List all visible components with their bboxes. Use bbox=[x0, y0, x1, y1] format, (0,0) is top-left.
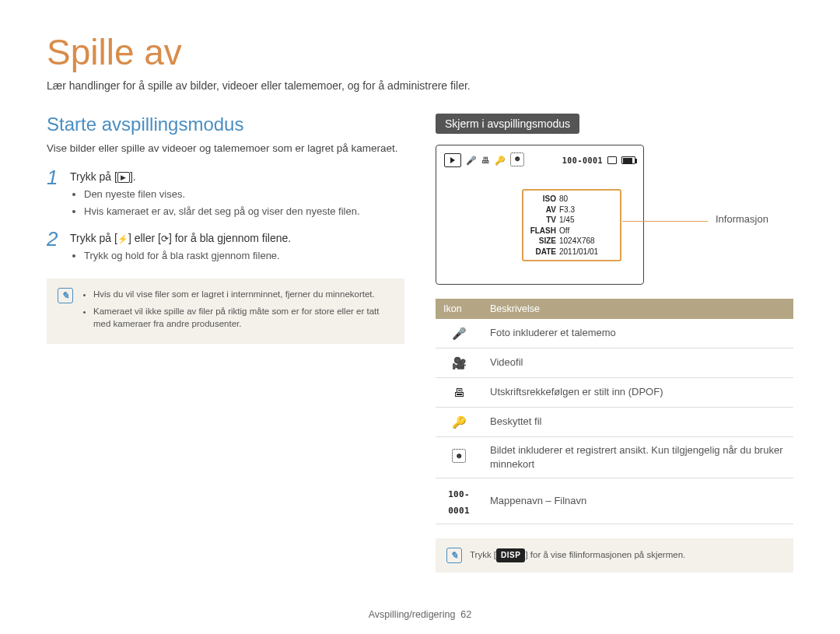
play-button-icon: ▶ bbox=[117, 172, 130, 183]
table-desc: Bildet inkluderer et registrert ansikt. … bbox=[482, 437, 793, 478]
step-number: 2 bbox=[47, 229, 62, 266]
print-icon: 🖶 bbox=[481, 156, 490, 165]
table-row: 🖶Utskriftsrekkefølgen er stilt inn (DPOF… bbox=[436, 378, 793, 408]
table-desc: Utskriftsrekkefølgen er stilt inn (DPOF) bbox=[482, 378, 793, 408]
face-detect-icon bbox=[510, 152, 524, 168]
th-icon: Ikon bbox=[436, 299, 482, 319]
note-box-disp: ✎ Trykk [DISP] for å vise filinformasjon… bbox=[436, 538, 793, 573]
table-row: 🔑Beskyttet fil bbox=[436, 408, 793, 437]
mic-icon: 🎤 bbox=[436, 319, 482, 349]
info-panel: ISO80 AVF3.3 TV1/45 FLASHOff SIZE1024X76… bbox=[522, 189, 621, 261]
table-row: 🎥Videofil bbox=[436, 349, 793, 378]
section-heading-start: Starte avspillingsmodus bbox=[47, 114, 404, 135]
key-icon: 🔑 bbox=[436, 408, 482, 437]
note-box: ✎ Hvis du vil vise filer som er lagret i… bbox=[47, 278, 404, 344]
page-title: Spille av bbox=[47, 31, 793, 73]
video-icon: 🎥 bbox=[436, 349, 482, 378]
face-detect-icon bbox=[436, 437, 482, 478]
section-intro: Vise bilder eller spille av videoer og t… bbox=[47, 142, 404, 156]
icon-description-table: Ikon Beskrivelse 🎤Foto inkluderer et tal… bbox=[436, 299, 793, 524]
card-icon bbox=[607, 156, 617, 164]
step-1-text: Trykk på [▶]. bbox=[70, 170, 404, 183]
th-desc: Beskrivelse bbox=[482, 299, 793, 319]
battery-icon bbox=[621, 156, 635, 164]
page-subtitle: Lær handlinger for å spille av bilder, v… bbox=[47, 79, 793, 92]
play-icon bbox=[444, 153, 461, 167]
step-1-bullet: Hvis kameraet er av, slår det seg på og … bbox=[84, 205, 404, 219]
table-row: 🎤Foto inkluderer et talememo bbox=[436, 319, 793, 349]
table-row: Bildet inkluderer et registrert ansikt. … bbox=[436, 437, 793, 478]
note-item: Hvis du vil vise filer som er lagret i i… bbox=[93, 288, 394, 300]
section-heading-screen: Skjerm i avspillingsmodus bbox=[436, 114, 579, 134]
note-icon: ✎ bbox=[446, 548, 462, 563]
table-desc: Mappenavn – Filnavn bbox=[482, 478, 793, 524]
step-1-bullet: Den nyeste filen vises. bbox=[84, 187, 404, 201]
mic-icon: 🎤 bbox=[466, 156, 477, 166]
step-2: 2 Trykk på [] eller [] for å bla gjennom… bbox=[47, 229, 404, 266]
note-item: Kameraet vil ikke spille av filer på rik… bbox=[93, 305, 394, 330]
table-row: 100-0001Mappenavn – Filnavn bbox=[436, 478, 793, 524]
table-desc: Foto inkluderer et talememo bbox=[482, 319, 793, 349]
folder-filename-icon: 100-0001 bbox=[436, 478, 482, 524]
step-number: 1 bbox=[47, 167, 62, 222]
step-2-bullet: Trykk og hold for å bla raskt gjennom fi… bbox=[84, 249, 404, 263]
footer: Avspilling/redigering 62 bbox=[0, 609, 840, 620]
callout-line bbox=[622, 221, 708, 222]
file-indicator: 100-0001 bbox=[562, 156, 603, 165]
step-1: 1 Trykk på [▶]. Den nyeste filen vises. … bbox=[47, 167, 404, 222]
note-icon: ✎ bbox=[58, 288, 73, 303]
key-icon: 🔑 bbox=[495, 156, 506, 166]
flash-icon bbox=[117, 232, 128, 244]
table-desc: Videofil bbox=[482, 349, 793, 378]
step-2-text: Trykk på [] eller [] for å bla gjennom f… bbox=[70, 232, 404, 244]
print-icon: 🖶 bbox=[436, 378, 482, 408]
playback-screen-diagram: 🎤 🖶 🔑 100-0001 ISO80 AVF3.3 TV1/45 bbox=[436, 145, 793, 285]
timer-icon bbox=[161, 232, 169, 244]
table-desc: Beskyttet fil bbox=[482, 408, 793, 437]
callout-label: Informasjon bbox=[716, 213, 768, 225]
disp-button-icon: DISP bbox=[496, 548, 525, 562]
